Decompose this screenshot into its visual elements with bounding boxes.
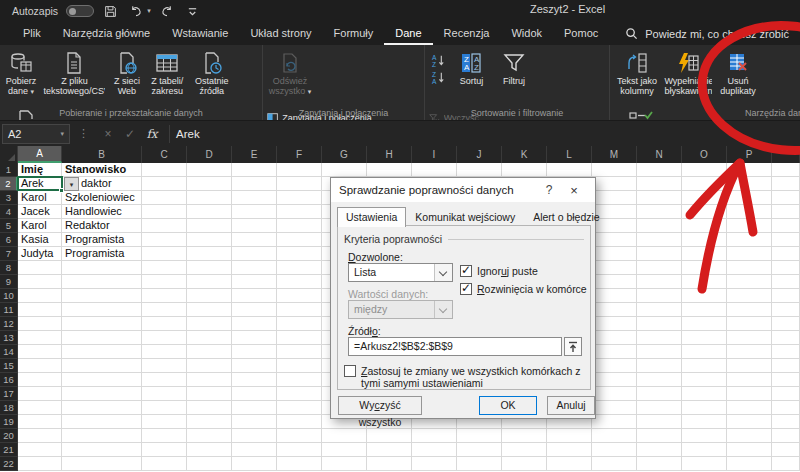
cell-M16[interactable] [592, 373, 637, 387]
dialog-help-button[interactable]: ? [537, 183, 561, 197]
cell-B10[interactable] [62, 289, 142, 303]
cell-C11[interactable] [142, 303, 187, 317]
cell-E8[interactable] [232, 261, 277, 275]
cell-D20[interactable] [187, 429, 232, 443]
cell-E1[interactable] [232, 163, 277, 177]
cell-B16[interactable] [62, 373, 142, 387]
cell-F3[interactable] [277, 191, 322, 205]
cell-E22[interactable] [232, 457, 277, 471]
column-header-M[interactable]: M [592, 146, 637, 163]
sort-button[interactable]: ZAAZ Sortuj [451, 48, 491, 106]
cell-H20[interactable] [367, 429, 412, 443]
row-header-11[interactable]: 11 [0, 303, 18, 317]
from-text-csv-button[interactable]: Z pliku tekstowego/CSV [43, 48, 105, 106]
cell-N8[interactable] [637, 261, 682, 275]
cell-O19[interactable] [682, 415, 727, 429]
cell-K1[interactable] [502, 163, 547, 177]
cell-X8[interactable] [772, 261, 800, 275]
cell-E17[interactable] [232, 387, 277, 401]
cell-A16[interactable] [18, 373, 62, 387]
cell-F19[interactable] [277, 415, 322, 429]
cell-B12[interactable] [62, 317, 142, 331]
cell-N19[interactable] [637, 415, 682, 429]
cell-C14[interactable] [142, 345, 187, 359]
cell-D18[interactable] [187, 401, 232, 415]
cell-K22[interactable] [502, 457, 547, 471]
autosave-toggle[interactable] [66, 5, 94, 17]
clear-all-button[interactable]: Wyczyść wszystko [338, 396, 422, 415]
tab-5[interactable]: Dane [384, 22, 432, 45]
cell-C12[interactable] [142, 317, 187, 331]
cell-A5[interactable]: Karol [18, 219, 62, 233]
cell-I21[interactable] [412, 443, 457, 457]
cell-D3[interactable] [187, 191, 232, 205]
row-header-10[interactable]: 10 [0, 289, 18, 303]
cell-X18[interactable] [772, 401, 800, 415]
cell-B8[interactable] [62, 261, 142, 275]
cell-F17[interactable] [277, 387, 322, 401]
cell-L1[interactable] [547, 163, 592, 177]
cell-A22[interactable] [18, 457, 62, 471]
cell-X17[interactable] [772, 387, 800, 401]
cell-M15[interactable] [592, 359, 637, 373]
cell-A15[interactable] [18, 359, 62, 373]
cell-M22[interactable] [592, 457, 637, 471]
text-to-columns-button[interactable]: Tekst jako kolumny [614, 48, 660, 106]
cell-N3[interactable] [637, 191, 682, 205]
cell-J22[interactable] [457, 457, 502, 471]
cell-F22[interactable] [277, 457, 322, 471]
cell-M14[interactable] [592, 345, 637, 359]
row-header-7[interactable]: 7 [0, 247, 18, 261]
cell-B7[interactable]: Programista [62, 247, 142, 261]
cell-P10[interactable] [727, 289, 772, 303]
cell-O3[interactable] [682, 191, 727, 205]
cell-C21[interactable] [142, 443, 187, 457]
cell-E2[interactable] [232, 177, 277, 191]
cell-D13[interactable] [187, 331, 232, 345]
cell-X12[interactable] [772, 317, 800, 331]
dialog-tab-error-alert[interactable]: Alert o błędzie [524, 207, 609, 227]
cell-N10[interactable] [637, 289, 682, 303]
cell-F8[interactable] [277, 261, 322, 275]
cell-N12[interactable] [637, 317, 682, 331]
tab-1[interactable]: Narzędzia główne [52, 22, 161, 45]
cell-H21[interactable] [367, 443, 412, 457]
cell-C4[interactable] [142, 205, 187, 219]
cell-D4[interactable] [187, 205, 232, 219]
row-header-21[interactable]: 21 [0, 443, 18, 457]
cell-D6[interactable] [187, 233, 232, 247]
cell-D22[interactable] [187, 457, 232, 471]
cell-O2[interactable] [682, 177, 727, 191]
cell-A13[interactable] [18, 331, 62, 345]
cell-E7[interactable] [232, 247, 277, 261]
cell-X14[interactable] [772, 345, 800, 359]
cell-A11[interactable] [18, 303, 62, 317]
cell-O12[interactable] [682, 317, 727, 331]
row-header-16[interactable]: 16 [0, 373, 18, 387]
cell-N20[interactable] [637, 429, 682, 443]
cell-F16[interactable] [277, 373, 322, 387]
cell-M2[interactable] [592, 177, 637, 191]
row-header-1[interactable]: 1 [0, 163, 18, 177]
apply-all-checkbox[interactable] [344, 365, 356, 377]
column-header-B[interactable]: B [62, 146, 142, 163]
cell-O8[interactable] [682, 261, 727, 275]
cell-C2[interactable] [142, 177, 187, 191]
cell-N5[interactable] [637, 219, 682, 233]
cell-L22[interactable] [547, 457, 592, 471]
cell-D7[interactable] [187, 247, 232, 261]
cell-O17[interactable] [682, 387, 727, 401]
cell-E12[interactable] [232, 317, 277, 331]
from-table-range-button[interactable]: Z tabeli/ zakresu [148, 48, 186, 106]
cell-F20[interactable] [277, 429, 322, 443]
cell-D12[interactable] [187, 317, 232, 331]
cell-F2[interactable] [277, 177, 322, 191]
cell-O1[interactable] [682, 163, 727, 177]
cell-P1[interactable] [727, 163, 772, 177]
cell-O5[interactable] [682, 219, 727, 233]
cell-X22[interactable] [772, 457, 800, 471]
validation-dropdown-button[interactable]: ▾ [64, 177, 79, 191]
cell-E11[interactable] [232, 303, 277, 317]
cell-C16[interactable] [142, 373, 187, 387]
cell-E9[interactable] [232, 275, 277, 289]
